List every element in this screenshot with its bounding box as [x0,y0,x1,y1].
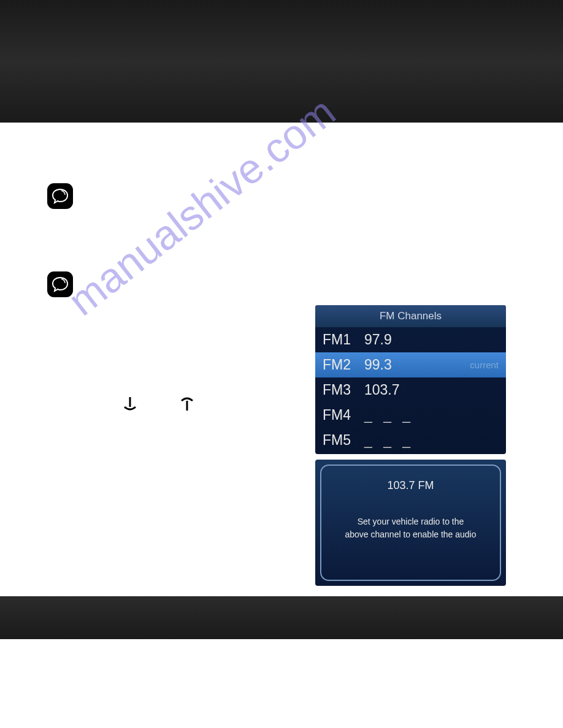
fm-value: _ _ _ [364,432,506,449]
info-message: Set your vehicle radio to the above chan… [332,515,488,541]
tune-down-icon [122,396,138,412]
fm-label: FM4 [323,407,364,423]
fm-value: _ _ _ [364,407,506,423]
speech-bubble-icon [50,275,70,294]
info-line1: Set your vehicle radio to the [358,517,464,526]
info-panel: 103.7 FM Set your vehicle radio to the a… [315,460,506,586]
fm-label: FM1 [323,332,364,348]
fm-value: 97.9 [364,332,506,348]
tune-arrows [122,396,195,412]
bottom-bar [0,596,563,639]
fm-channels-panel: FM Channels FM1 97.9 FM2 99.3 current FM… [315,305,506,454]
top-bar [0,0,563,123]
speech-bubble-icon [50,186,70,206]
fm-label: FM5 [323,432,364,449]
fm-current-tag: current [470,360,506,370]
fm-label: FM2 [323,357,364,373]
fm-row-1[interactable]: FM1 97.9 [315,327,506,352]
fm-row-5[interactable]: FM5 _ _ _ [315,428,506,453]
fm-label: FM3 [323,382,364,398]
fm-row-3[interactable]: FM3 103.7 [315,377,506,403]
fm-row-2[interactable]: FM2 99.3 current [315,352,506,377]
fm-channels-header: FM Channels [315,305,506,327]
fm-value: 99.3 [364,357,470,373]
tune-up-icon [179,396,195,412]
info-frequency: 103.7 FM [387,479,434,492]
content-area: FM Channels FM1 97.9 FM2 99.3 current FM… [0,123,563,594]
speech-icon-1 [47,183,73,209]
fm-value: 103.7 [364,382,506,398]
info-inner: 103.7 FM Set your vehicle radio to the a… [320,464,501,581]
fm-row-4[interactable]: FM4 _ _ _ [315,403,506,428]
speech-icon-2 [47,271,73,297]
watermark: manualshive.com [59,88,344,325]
info-line2: above channel to enable the audio [345,529,476,539]
